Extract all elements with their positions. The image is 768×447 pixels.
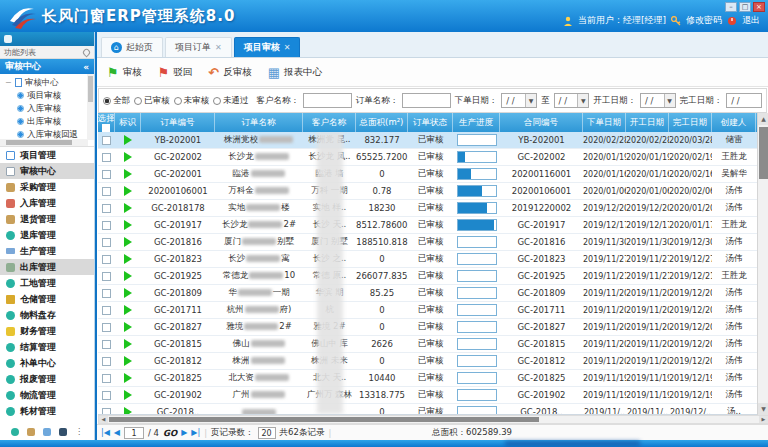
- filter-radio[interactable]: 已审核: [134, 95, 170, 107]
- table-row[interactable]: GC-201902 广州 广州万 森林 13318.775 已审核 GC-201…: [98, 387, 768, 404]
- first-page-button[interactable]: |◀: [101, 428, 110, 437]
- sidebar-menu-item[interactable]: 结算管理: [0, 339, 94, 355]
- chevron-down-icon[interactable]: ▼: [664, 94, 675, 107]
- chevron-down-icon[interactable]: ▼: [525, 94, 536, 107]
- pen-icon[interactable]: [43, 428, 51, 436]
- order-date-input[interactable]: / /▼: [501, 93, 537, 108]
- row-checkbox[interactable]: [102, 238, 111, 247]
- tree-horizontal-scrollbar[interactable]: [0, 139, 88, 146]
- 审核-button[interactable]: 审核: [107, 66, 142, 79]
- tab-3[interactable]: ⌂ 项目审核 ✕: [234, 37, 301, 57]
- table-row[interactable]: GC-201827 雅境2# 雅境 2# 0 已审核 GC-201827 201…: [98, 319, 768, 336]
- scroll-down-icon[interactable]: ▼: [758, 403, 768, 415]
- sidebar-menu-item[interactable]: 耗材管理: [0, 403, 94, 419]
- go-button[interactable]: GO: [163, 428, 177, 438]
- page-number-input[interactable]: 1: [124, 427, 144, 439]
- sidebar-menu-item[interactable]: 物料盘存: [0, 307, 94, 323]
- row-checkbox[interactable]: [102, 136, 111, 145]
- page-size-input[interactable]: 20: [258, 427, 276, 439]
- logout-link[interactable]: 退出: [742, 14, 760, 27]
- tab-close-icon[interactable]: ✕: [284, 43, 291, 52]
- prev-page-button[interactable]: ◀: [114, 428, 120, 437]
- row-checkbox[interactable]: [102, 374, 111, 383]
- filter-radio[interactable]: 全部: [103, 95, 130, 107]
- tree-item[interactable]: 入库审核: [5, 102, 86, 115]
- finish-date-input[interactable]: / /: [726, 93, 762, 108]
- next-page-button[interactable]: ▶: [181, 428, 187, 437]
- table-row[interactable]: GC-201815 佛山 佛山中 库 2626 已审核 GC-201815 20…: [98, 336, 768, 353]
- scroll-right-icon[interactable]: ▶: [759, 416, 768, 423]
- row-checkbox[interactable]: [102, 357, 111, 366]
- sidebar-menu-item[interactable]: 入库管理: [0, 195, 94, 211]
- sidebar-menu-item[interactable]: 报废管理: [0, 371, 94, 387]
- sidebar-menu-item[interactable]: 退库管理: [0, 227, 94, 243]
- chevron-down-icon[interactable]: ▼: [577, 94, 588, 107]
- row-checkbox[interactable]: [102, 408, 111, 415]
- sidebar-menu-item[interactable]: 财务管理: [0, 323, 94, 339]
- table-row[interactable]: GC-201812 株洲 株洲 未来 0 已审核 GC-201812 2019/…: [98, 353, 768, 370]
- last-page-button[interactable]: ▶|: [191, 428, 200, 437]
- table-row[interactable]: GC-202002 长沙龙 长沙龙 凤.. 65525.7200.. 已审核 G…: [98, 149, 768, 166]
- sidebar-menu-item[interactable]: 审核中心: [0, 163, 94, 179]
- table-row[interactable]: GC-201809 华一期 华滨 期 85.25 已审核 GC-201809 2…: [98, 285, 768, 302]
- row-checkbox[interactable]: [102, 272, 111, 281]
- table-row[interactable]: GC-201925 常德龙10 常德 原.. 266077.835.. 已审核 …: [98, 268, 768, 285]
- row-checkbox[interactable]: [102, 289, 111, 298]
- maximize-button[interactable]: □: [739, 2, 751, 12]
- order-name-input[interactable]: [402, 93, 451, 108]
- table-row[interactable]: GC-201917 长沙龙2# 长沙 天.. 8512.78600.. 已审核 …: [98, 217, 768, 234]
- audit-center-panel-header[interactable]: 审核中心 «: [0, 59, 94, 74]
- row-checkbox[interactable]: [102, 187, 111, 196]
- tab-2[interactable]: ⌂ 项目订单 ✕: [165, 37, 232, 57]
- sidebar-menu-item[interactable]: 仓储管理: [0, 291, 94, 307]
- sidebar-menu-item[interactable]: 物流管理: [0, 387, 94, 403]
- tab-close-icon[interactable]: ✕: [215, 43, 222, 52]
- horizontal-scroll-thumb[interactable]: [109, 417, 539, 422]
- vertical-scroll-thumb[interactable]: [759, 127, 768, 179]
- table-row[interactable]: GC-201711 杭州府) 杭 0 已审核 GC-201711 2019/11…: [98, 302, 768, 319]
- user-icon[interactable]: [59, 428, 67, 436]
- sidebar-menu-item[interactable]: 采购管理: [0, 179, 94, 195]
- 报表中心-button[interactable]: 报表中心: [268, 66, 322, 79]
- sidebar-menu-item[interactable]: 退货管理: [0, 211, 94, 227]
- sidebar-menu-item[interactable]: 出库管理: [0, 259, 94, 275]
- tree-item[interactable]: 项目审核: [5, 89, 86, 102]
- row-checkbox[interactable]: [102, 204, 111, 213]
- table-row[interactable]: 20200106001 万科金 万科 一期 0.78 已审核 202001060…: [98, 183, 768, 200]
- row-checkbox[interactable]: [102, 306, 111, 315]
- sidebar-menu-item[interactable]: 生产管理: [0, 243, 94, 259]
- row-checkbox[interactable]: [102, 391, 111, 400]
- tree-root-audit-center[interactable]: − 审核中心: [5, 76, 86, 89]
- 反审核-button[interactable]: 反审核: [208, 66, 251, 79]
- cart-icon[interactable]: [27, 428, 35, 436]
- customer-name-input[interactable]: [303, 93, 352, 108]
- change-password-link[interactable]: 修改密码: [686, 14, 722, 27]
- table-row[interactable]: GC-2018.. 0 已审核 GC-2018.. 2019/11/.. 201…: [98, 404, 768, 415]
- filter-radio[interactable]: 未通过: [213, 95, 249, 107]
- scroll-left-icon[interactable]: ◀: [99, 416, 108, 423]
- order-date-end-input[interactable]: / /▼: [554, 93, 590, 108]
- tree-vertical-scrollbar[interactable]: [87, 74, 94, 140]
- row-checkbox[interactable]: [102, 153, 111, 162]
- tab-1[interactable]: ⌂ 起始页 ✕: [101, 37, 163, 57]
- row-checkbox[interactable]: [102, 340, 111, 349]
- table-row[interactable]: GC-2018178 实地楼 实地 样.. 18230 已审核 20191220…: [98, 200, 768, 217]
- sidebar-menu-item[interactable]: 项目管理: [0, 147, 94, 163]
- pin-icon[interactable]: [82, 47, 92, 57]
- close-button[interactable]: ×: [753, 2, 765, 12]
- table-row[interactable]: GC-201816 厦门别墅 厦门 别墅 188510.818 已审核 GC-2…: [98, 234, 768, 251]
- row-checkbox[interactable]: [102, 323, 111, 332]
- expander-icon[interactable]: −: [5, 78, 12, 87]
- row-checkbox[interactable]: [102, 255, 111, 264]
- more-icon[interactable]: ⋮: [75, 428, 83, 436]
- table-row[interactable]: GC-201823 长沙寓 长沙 之.. 0 已审核 GC-201823 201…: [98, 251, 768, 268]
- row-checkbox[interactable]: [102, 221, 111, 230]
- status-dot-icon[interactable]: [11, 428, 19, 436]
- row-checkbox[interactable]: [102, 170, 111, 179]
- start-date-input[interactable]: / /▼: [640, 93, 676, 108]
- horizontal-scrollbar[interactable]: ◀ ▶: [98, 415, 768, 424]
- table-row[interactable]: YB-202001 株洲党校 株洲党 昆.. 832.177 已审核 YB-20…: [98, 132, 768, 149]
- select-all-checkbox[interactable]: [102, 124, 110, 132]
- table-row[interactable]: GC-201825 北大资 北大 天.. 10440 已审核 GC-201825…: [98, 370, 768, 387]
- tree-item[interactable]: 出库审核: [5, 115, 86, 128]
